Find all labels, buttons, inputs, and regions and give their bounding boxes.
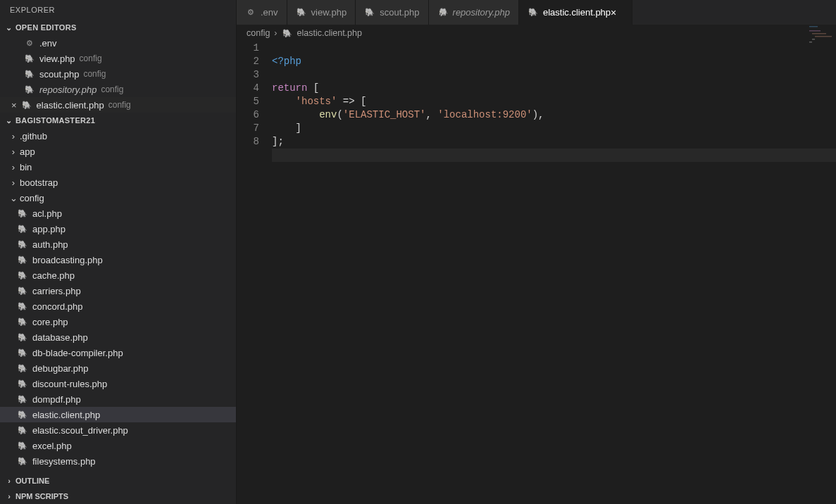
php-icon: 🐘 <box>437 7 449 18</box>
php-icon: 🐘 <box>282 27 293 39</box>
code-token: 'ELASTIC_HOST' <box>343 109 426 120</box>
gear-icon: ⚙ <box>24 37 35 49</box>
file-hint: config <box>83 69 106 79</box>
folder-item[interactable]: ›bin <box>0 159 236 175</box>
code-token: env <box>319 109 337 120</box>
chevron-down-icon: ⌄ <box>4 115 14 125</box>
php-icon: 🐘 <box>21 99 32 111</box>
code-token: return <box>272 82 307 94</box>
file-tree: ›.github›app›bin›bootstrap⌄config🐘acl.ph… <box>0 128 236 469</box>
breadcrumb-seg: elastic.client.php <box>297 28 362 38</box>
php-icon: 🐘 <box>17 393 28 405</box>
gear-icon: ⚙ <box>245 7 256 18</box>
file-item[interactable]: 🐘dompdf.php <box>0 391 236 407</box>
tab-label: scout.php <box>380 7 419 18</box>
code-token: [ <box>307 82 319 94</box>
file-item[interactable]: 🐘concord.php <box>0 298 236 314</box>
file-item[interactable]: 🐘app.php <box>0 221 236 237</box>
file-item[interactable]: 🐘acl.php <box>0 206 236 221</box>
line-number: 3 <box>237 68 259 82</box>
file-item[interactable]: 🐘filesystems.php <box>0 453 236 469</box>
tab[interactable]: ⚙.env <box>237 0 287 25</box>
breadcrumb-sep: › <box>274 28 277 38</box>
close-icon[interactable]: × <box>611 6 623 18</box>
file-item[interactable]: 🐘elastic.scout_driver.php <box>0 422 236 438</box>
folder-name: config <box>20 193 44 203</box>
file-name: repository.php <box>39 84 96 95</box>
php-icon: 🐘 <box>24 68 35 80</box>
open-editor-item[interactable]: 🐘view.phpconfig <box>0 51 236 66</box>
code-editor[interactable]: 12345678 <?php return [ 'hosts' => [ env… <box>237 42 836 504</box>
php-icon: 🐘 <box>17 270 28 281</box>
open-editor-item[interactable]: ⚙.env <box>0 35 236 51</box>
code-content[interactable]: <?php return [ 'hosts' => [ env('ELASTIC… <box>272 42 836 504</box>
file-name: auth.php <box>32 239 68 250</box>
outline-header[interactable]: › OUTLINE <box>0 473 236 489</box>
outline-label: OUTLINE <box>15 477 49 485</box>
code-token: ]; <box>272 136 284 147</box>
line-number: 2 <box>237 55 259 68</box>
tab[interactable]: 🐘elastic.client.php× <box>519 0 632 25</box>
php-icon: 🐘 <box>17 285 28 296</box>
line-number: 5 <box>237 95 259 108</box>
folder-item[interactable]: ⌄config <box>0 190 236 206</box>
open-editor-item[interactable]: 🐘scout.phpconfig <box>0 66 236 82</box>
open-editors-label: OPEN EDITORS <box>15 23 77 32</box>
file-item[interactable]: 🐘debugbar.php <box>0 360 236 376</box>
folder-name: .github <box>20 131 47 141</box>
open-editor-item[interactable]: 🐘repository.phpconfig <box>0 82 236 97</box>
file-item[interactable]: 🐘cache.php <box>0 267 236 283</box>
file-name: excel.php <box>32 441 72 451</box>
folder-item[interactable]: ›bootstrap <box>0 175 236 190</box>
file-name: cache.php <box>32 270 75 281</box>
editor-area: ⚙.env🐘view.php🐘scout.php🐘repository.php🐘… <box>237 0 836 504</box>
code-token: ), <box>532 109 544 120</box>
file-name: database.php <box>32 332 88 343</box>
chevron-right-icon: › <box>8 177 18 187</box>
tab[interactable]: 🐘scout.php <box>356 0 428 25</box>
tab-label: .env <box>261 7 278 18</box>
folder-item[interactable]: ›.github <box>0 128 236 144</box>
open-editor-item[interactable]: ×🐘elastic.client.phpconfig <box>0 97 236 113</box>
tab-label: view.php <box>311 7 347 18</box>
line-number: 6 <box>237 108 259 122</box>
file-item[interactable]: 🐘elastic.client.php <box>0 407 236 422</box>
php-icon: 🐘 <box>364 7 375 18</box>
folder-item[interactable]: ›app <box>0 144 236 159</box>
file-name: carriers.php <box>32 286 81 296</box>
npm-scripts-header[interactable]: › NPM SCRIPTS <box>0 489 236 504</box>
chevron-right-icon: › <box>4 476 14 486</box>
php-icon: 🐘 <box>17 316 28 327</box>
php-icon: 🐘 <box>17 223 28 234</box>
file-item[interactable]: 🐘broadcasting.php <box>0 252 236 267</box>
npm-scripts-label: NPM SCRIPTS <box>15 492 68 500</box>
chevron-right-icon: › <box>4 491 14 501</box>
line-number: 8 <box>237 135 259 149</box>
tab[interactable]: 🐘view.php <box>287 0 356 25</box>
tab-bar: ⚙.env🐘view.php🐘scout.php🐘repository.php🐘… <box>237 0 836 25</box>
file-name: concord.php <box>32 301 83 312</box>
close-icon[interactable]: × <box>11 100 17 111</box>
file-item[interactable]: 🐘auth.php <box>0 237 236 252</box>
file-item[interactable]: 🐘excel.php <box>0 438 236 453</box>
file-item[interactable]: 🐘carriers.php <box>0 283 236 298</box>
code-token: , <box>425 109 437 120</box>
folder-name: app <box>20 146 35 157</box>
file-name: app.php <box>32 224 65 234</box>
folder-name: bootstrap <box>20 177 58 188</box>
project-header[interactable]: ⌄ BAGISTOMASTER21 <box>0 113 236 128</box>
tab-label: elastic.client.php <box>543 7 611 18</box>
file-hint: config <box>108 100 131 110</box>
file-item[interactable]: 🐘core.php <box>0 314 236 329</box>
php-icon: 🐘 <box>17 363 28 374</box>
file-item[interactable]: 🐘discount-rules.php <box>0 376 236 391</box>
code-token: 'localhost:9200' <box>437 109 532 120</box>
folder-name: bin <box>20 162 32 172</box>
file-item[interactable]: 🐘db-blade-compiler.php <box>0 345 236 360</box>
tab[interactable]: 🐘repository.php <box>429 0 519 25</box>
file-item[interactable]: 🐘database.php <box>0 329 236 345</box>
code-token: <?php <box>272 56 301 67</box>
breadcrumb[interactable]: config › 🐘 elastic.client.php <box>237 25 836 42</box>
project-label: BAGISTOMASTER21 <box>15 116 95 125</box>
open-editors-header[interactable]: ⌄ OPEN EDITORS <box>0 20 236 35</box>
